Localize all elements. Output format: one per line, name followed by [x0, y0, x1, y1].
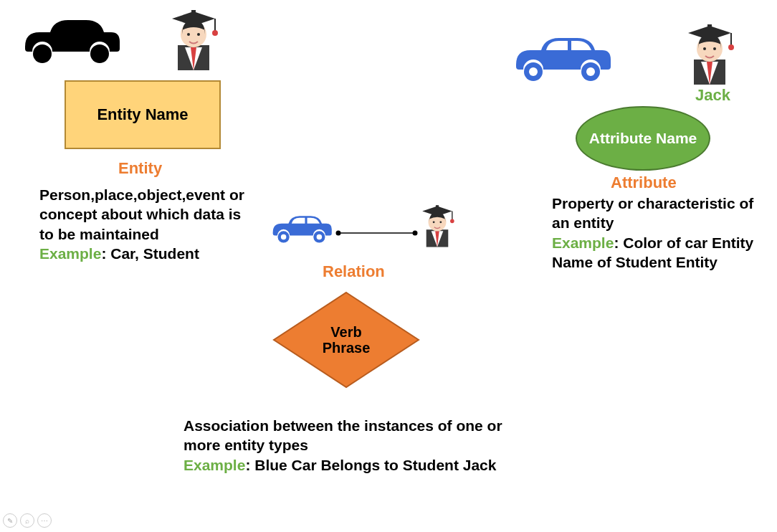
attribute-title: Attribute: [611, 174, 677, 192]
student-icon-relation: [417, 202, 457, 252]
relation-description-block: Association between the instances of one…: [183, 416, 542, 475]
svg-point-21: [281, 234, 286, 239]
relation-description: Association between the instances of one…: [183, 417, 502, 453]
car-icon-black: [11, 7, 125, 75]
car-icon-blue-attribute: [502, 25, 616, 92]
attribute-oval-label: Attribute Name: [589, 130, 697, 146]
entity-example-label: Example: [39, 245, 101, 262]
svg-point-17: [728, 44, 734, 50]
clipboard-icon[interactable]: ✎: [3, 513, 17, 528]
attribute-description-block: Property or characteristic of an entity …: [552, 194, 774, 272]
attribute-description: Property or characteristic of an entity: [552, 195, 753, 231]
svg-rect-15: [707, 24, 712, 28]
entity-example-text: : Car, Student: [101, 245, 199, 262]
more-icon[interactable]: ⋯: [37, 513, 52, 528]
student-icon-attribute: [681, 20, 738, 91]
relation-connector-line: [335, 227, 418, 239]
svg-point-33: [439, 221, 442, 223]
svg-point-10: [529, 67, 538, 76]
entity-description-block: Person,place,object,event or concept abo…: [39, 185, 254, 263]
jack-label: Jack: [695, 86, 730, 105]
attribute-example-label: Example: [552, 234, 614, 251]
svg-point-23: [317, 234, 322, 239]
svg-point-1: [90, 44, 109, 63]
entity-box-label: Entity Name: [97, 105, 188, 124]
relation-title: Relation: [323, 262, 385, 281]
svg-point-8: [197, 33, 200, 36]
svg-rect-4: [191, 10, 196, 14]
svg-rect-29: [436, 205, 439, 207]
relation-example-text: : Blue Car Belongs to Student Jack: [245, 457, 496, 473]
car-icon-blue-relation: [264, 208, 335, 251]
relation-example-label: Example: [183, 457, 245, 473]
relation-verb-diamond: Verb Phrase: [271, 290, 421, 390]
entity-title: Entity: [118, 159, 162, 178]
student-icon-entity: [165, 6, 222, 77]
svg-point-31: [450, 219, 454, 224]
svg-point-6: [212, 30, 218, 36]
svg-point-25: [336, 231, 341, 236]
svg-point-18: [703, 47, 706, 50]
zoom-icon[interactable]: ⌕: [20, 513, 34, 528]
relation-diamond-label: Verb Phrase: [309, 324, 384, 356]
bottom-toolbar: ✎ ⌕ ⋯: [3, 513, 52, 528]
attribute-name-oval: Attribute Name: [576, 106, 710, 171]
entity-description: Person,place,object,event or concept abo…: [39, 186, 244, 242]
svg-point-0: [33, 44, 52, 63]
svg-point-32: [433, 221, 435, 223]
svg-point-19: [713, 47, 716, 50]
entity-name-box: Entity Name: [65, 80, 221, 149]
svg-point-7: [187, 33, 190, 36]
svg-point-12: [586, 67, 595, 76]
